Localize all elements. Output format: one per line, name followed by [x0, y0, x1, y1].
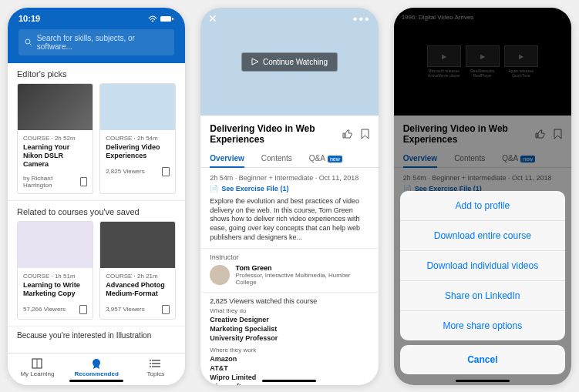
course-card[interactable]: COURSE · 2h 54m Delivering Video Experie… — [99, 83, 176, 194]
course-meta: 2h 54m · Beginner + Intermediate · Oct 1… — [200, 168, 378, 185]
phone-course-detail: ✕ ••• Continue Watching Delivering Video… — [200, 8, 378, 385]
card-meta: COURSE · 1h 51m — [23, 273, 87, 280]
card-title: Delivering Video Experiences — [106, 143, 170, 160]
svg-point-2 — [25, 39, 30, 44]
clock: 10:19 — [19, 14, 40, 23]
card-footer-text: 57,266 Viewers — [23, 306, 66, 313]
card-row: COURSE · 1h 51m Learning to Write Market… — [8, 221, 185, 320]
company-item: Microsoft — [200, 383, 378, 385]
badge-icon — [90, 358, 103, 369]
search-input[interactable]: Search for skills, subjects, or software… — [19, 29, 174, 55]
section-title-picks: Editor's picks — [8, 63, 185, 83]
where-they-work-label: Where they work — [200, 347, 378, 355]
list-icon — [150, 358, 162, 369]
bookmark-icon[interactable] — [80, 177, 88, 186]
what-they-do-label: What they do — [200, 307, 378, 316]
sheet-cancel[interactable]: Cancel — [400, 345, 565, 374]
course-card[interactable]: COURSE · 2h 52m Learning Your Nikon DSLR… — [17, 83, 93, 194]
action-sheet: Add to profile Download entire course Do… — [394, 185, 571, 385]
tab-topics[interactable]: Topics — [126, 358, 186, 377]
tab-label: Q&A — [309, 154, 325, 162]
tab-recommended[interactable]: Recommended — [67, 358, 126, 377]
svg-line-3 — [30, 44, 32, 46]
svg-rect-1 — [172, 18, 173, 20]
role-item: University Professor — [200, 334, 378, 343]
status-bar: 10:19 — [19, 14, 174, 23]
continue-label: Continue Watching — [263, 58, 328, 66]
tab-my-learning[interactable]: My Learning — [8, 358, 67, 377]
book-icon — [31, 358, 43, 369]
card-thumbnail — [100, 84, 175, 130]
role-item: Marketing Specialist — [200, 325, 378, 334]
card-title: Learning Your Nikon DSLR Camera — [23, 143, 87, 168]
instructor-role: Professor, Interactive Multimedia, Humbe… — [236, 272, 369, 286]
viewers-count: 2,825 Viewers watched this course — [200, 292, 378, 307]
bookmark-icon[interactable] — [79, 305, 87, 314]
file-icon: 📄 — [210, 185, 218, 193]
instructor-heading: Instructor — [200, 248, 378, 264]
new-badge: new — [328, 156, 342, 162]
tab-label: Topics — [147, 370, 165, 377]
play-icon — [251, 58, 259, 65]
card-row: COURSE · 2h 52m Learning Your Nikon DSLR… — [8, 83, 185, 194]
home-indicator[interactable] — [69, 380, 123, 382]
card-meta: COURSE · 2h 52m — [23, 135, 87, 142]
card-footer-text: 2,825 Viewers — [106, 168, 145, 175]
exercise-file-link[interactable]: 📄 See Exercise File (1) — [200, 185, 378, 197]
course-card[interactable]: COURSE · 1h 51m Learning to Write Market… — [17, 221, 93, 320]
course-description: Explore the evolution and best practices… — [200, 197, 378, 248]
sheet-download-course[interactable]: Download entire course — [400, 220, 565, 250]
bookmark-icon[interactable] — [361, 129, 369, 139]
header: 10:19 Search for skills, subjects, or so… — [8, 8, 185, 63]
video-player[interactable]: ✕ ••• Continue Watching — [200, 8, 378, 116]
tab-contents[interactable]: Contents — [261, 149, 292, 167]
card-footer-text: by Richard Harrington — [23, 175, 80, 189]
more-icon[interactable]: ••• — [353, 12, 371, 26]
sheet-share-linkedin[interactable]: Share on LinkedIn — [400, 280, 565, 310]
card-footer-text: 3,957 Viewers — [106, 306, 145, 313]
search-icon — [25, 39, 32, 46]
svg-point-12 — [150, 366, 151, 367]
company-item: Amazon — [200, 355, 378, 364]
home-indicator[interactable] — [262, 380, 316, 382]
card-title: Advanced Photog Medium-Format — [106, 281, 170, 298]
svg-point-11 — [150, 363, 151, 364]
bookmark-icon[interactable] — [162, 305, 170, 314]
svg-point-10 — [150, 360, 151, 361]
tab-label: Recommended — [74, 370, 118, 377]
section-title-interest: Because you're interested in Illustratio… — [8, 327, 185, 344]
exercise-label: See Exercise File (1) — [221, 185, 288, 193]
sheet-add-profile[interactable]: Add to profile — [400, 191, 565, 220]
continue-watching-button[interactable]: Continue Watching — [241, 52, 338, 72]
search-placeholder: Search for skills, subjects, or software… — [37, 34, 169, 51]
wifi-icon — [148, 15, 157, 22]
instructor-row[interactable]: Tom Green Professor, Interactive Multime… — [200, 264, 378, 292]
tab-overview[interactable]: Overview — [210, 149, 244, 167]
tab-label: My Learning — [20, 370, 54, 377]
card-thumbnail — [18, 84, 93, 130]
company-item: AT&T — [200, 364, 378, 374]
card-title: Learning to Write Marketing Copy — [23, 281, 87, 298]
instructor-name: Tom Green — [236, 264, 369, 272]
course-card[interactable]: COURSE · 2h 21m Advanced Photog Medium-F… — [99, 221, 176, 320]
status-icons — [148, 15, 174, 22]
like-icon[interactable] — [342, 129, 353, 139]
card-meta: COURSE · 2h 21m — [106, 273, 170, 280]
card-meta: COURSE · 2h 54m — [106, 135, 170, 142]
sheet-more-options[interactable]: More share options — [400, 310, 565, 340]
card-thumbnail — [18, 222, 93, 268]
home-indicator[interactable] — [456, 380, 510, 382]
role-item: Creative Designer — [200, 316, 378, 325]
section-title-related: Related to courses you've saved — [8, 201, 185, 221]
bookmark-icon[interactable] — [162, 167, 170, 176]
phone-home: 10:19 Search for skills, subjects, or so… — [8, 8, 185, 385]
close-icon[interactable]: ✕ — [208, 12, 217, 26]
sheet-download-videos[interactable]: Download individual videos — [400, 250, 565, 280]
course-title: Delivering Video in Web Experiences — [210, 123, 342, 145]
course-tabs: Overview Contents Q&Anew — [200, 149, 378, 168]
avatar — [210, 265, 229, 285]
phone-share-sheet: 1996: Digital Video Arrives ▶Microsoft r… — [394, 8, 571, 385]
card-thumbnail — [100, 222, 175, 268]
svg-rect-0 — [160, 16, 171, 22]
tab-qa[interactable]: Q&Anew — [309, 149, 342, 167]
